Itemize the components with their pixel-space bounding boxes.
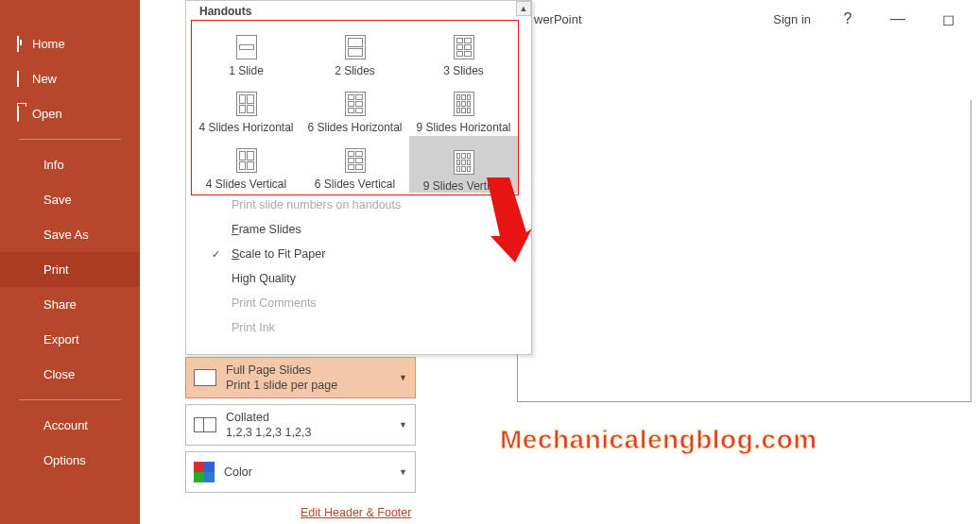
sidebar-item-save[interactable]: Save bbox=[0, 182, 140, 217]
watermark-text: Mechanicalengblog.com bbox=[500, 425, 817, 455]
page-icon bbox=[194, 369, 216, 386]
slide-4v-icon bbox=[236, 148, 257, 173]
sidebar-item-home[interactable]: Home bbox=[0, 26, 140, 61]
title-bar: werPoint Sign in ? — ◻ bbox=[529, 0, 980, 38]
sidebar-label-new: New bbox=[32, 72, 57, 86]
menu-print-slide-numbers: Print slide numbers on handouts bbox=[199, 193, 522, 217]
menu-frame-slides[interactable]: Frame Slides bbox=[199, 217, 522, 242]
handout-9h-slides[interactable]: 9 Slides Horizontal bbox=[409, 77, 518, 134]
menu-print-comments: Print Comments bbox=[199, 291, 522, 315]
sidebar-item-open[interactable]: Open bbox=[0, 96, 140, 131]
print-settings: Full Page SlidesPrint 1 slide per page ▼… bbox=[185, 357, 416, 499]
handout-4v-slides[interactable]: 4 Slides Vertical bbox=[192, 134, 301, 191]
app-name: werPoint bbox=[534, 12, 582, 26]
slide-2-icon bbox=[345, 35, 366, 59]
sidebar-item-close[interactable]: Close bbox=[0, 357, 140, 392]
menu-print-ink: Print Ink bbox=[199, 315, 522, 340]
sidebar-label-open: Open bbox=[32, 107, 62, 121]
handout-6h-slides[interactable]: 6 Slides Horizontal bbox=[301, 77, 409, 134]
chevron-down-icon: ▼ bbox=[399, 420, 407, 430]
chevron-down-icon: ▼ bbox=[399, 467, 407, 477]
menu-scale-to-fit[interactable]: ✓Scale to Fit Paper bbox=[199, 242, 522, 266]
print-preview-pane bbox=[517, 100, 971, 402]
print-layout-dropdown: ▲ Handouts 1 Slide 2 Slides 3 Slides 4 S… bbox=[185, 0, 532, 355]
handout-6v-slides[interactable]: 6 Slides Vertical bbox=[301, 134, 409, 191]
sidebar-item-new[interactable]: New bbox=[0, 61, 140, 96]
collate-icon bbox=[194, 417, 216, 432]
sidebar-item-print[interactable]: Print bbox=[0, 252, 140, 287]
sidebar-item-info[interactable]: Info bbox=[0, 147, 140, 182]
sidebar-item-saveas[interactable]: Save As bbox=[0, 217, 140, 252]
slide-3-icon bbox=[454, 35, 474, 59]
slide-6h-icon bbox=[345, 92, 366, 116]
backstage-sidebar: Home New Open Info Save Save As Print Sh… bbox=[0, 0, 140, 524]
help-icon[interactable]: ? bbox=[834, 10, 861, 27]
color-icon bbox=[194, 462, 215, 482]
slide-6v-icon bbox=[345, 148, 366, 173]
maximize-icon[interactable]: ◻ bbox=[935, 10, 961, 28]
open-icon bbox=[17, 107, 19, 121]
slide-9v-icon bbox=[454, 150, 474, 175]
home-icon bbox=[17, 37, 19, 51]
sidebar-item-export[interactable]: Export bbox=[0, 322, 140, 357]
slide-1-icon bbox=[236, 35, 257, 59]
chevron-down-icon: ▼ bbox=[399, 373, 407, 382]
handout-2-slides[interactable]: 2 Slides bbox=[301, 21, 409, 77]
setting-color-dropdown[interactable]: Color ▼ bbox=[185, 451, 416, 493]
sidebar-separator bbox=[19, 399, 121, 400]
slide-4h-icon bbox=[236, 92, 257, 116]
handout-1-slide[interactable]: 1 Slide bbox=[192, 21, 301, 77]
setting-layout-dropdown[interactable]: Full Page SlidesPrint 1 slide per page ▼ bbox=[185, 357, 416, 398]
dropdown-menu-list: Print slide numbers on handouts Frame Sl… bbox=[199, 193, 522, 340]
sidebar-item-account[interactable]: Account bbox=[0, 408, 140, 443]
sidebar-separator bbox=[19, 139, 121, 140]
edit-header-footer-link[interactable]: Edit Header & Footer bbox=[301, 506, 411, 519]
minimize-icon[interactable]: — bbox=[885, 10, 911, 27]
sidebar-item-options[interactable]: Options bbox=[0, 443, 140, 478]
handout-9v-slides[interactable]: 9 Slides Vertical bbox=[409, 136, 518, 193]
setting-collate-dropdown[interactable]: Collated1,2,3 1,2,3 1,2,3 ▼ bbox=[185, 404, 416, 446]
handout-3-slides[interactable]: 3 Slides bbox=[409, 21, 518, 77]
handout-4h-slides[interactable]: 4 Slides Horizontal bbox=[192, 77, 301, 134]
check-icon: ✓ bbox=[209, 248, 222, 261]
sidebar-item-share[interactable]: Share bbox=[0, 287, 140, 322]
sign-in-link[interactable]: Sign in bbox=[773, 12, 811, 26]
sidebar-label-home: Home bbox=[32, 37, 65, 51]
menu-high-quality[interactable]: High Quality bbox=[199, 266, 522, 291]
scroll-up-icon[interactable]: ▲ bbox=[516, 1, 531, 16]
new-icon bbox=[17, 72, 19, 86]
handout-options-grid: 1 Slide 2 Slides 3 Slides 4 Slides Horiz… bbox=[191, 20, 519, 195]
slide-9h-icon bbox=[454, 92, 474, 116]
